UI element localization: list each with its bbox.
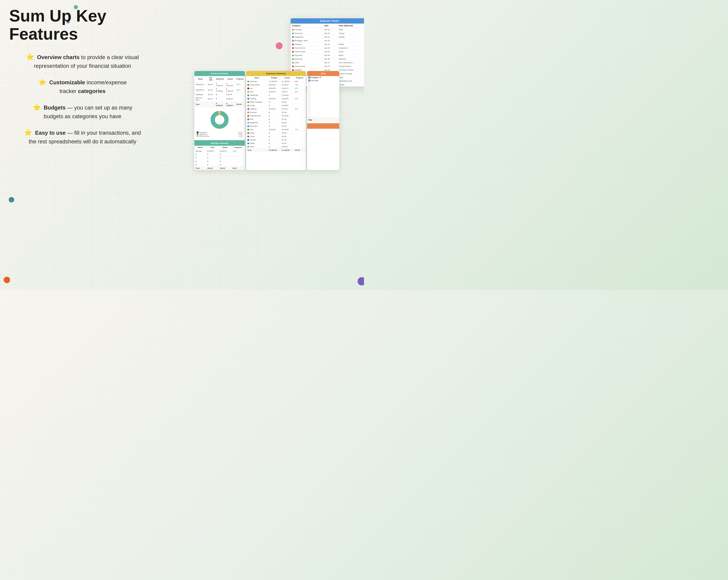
income-progress xyxy=(235,96,245,102)
legend-paycheck2-label: Paycheck 2 xyxy=(199,132,207,133)
income-total-actual: $ 6,499.64 xyxy=(225,102,235,107)
spreadsheet-area: Expenses Tracker Category Date Note (Opt… xyxy=(194,18,364,218)
tracker-col-date: Date xyxy=(323,24,337,28)
debt-empty-4 xyxy=(307,91,339,94)
expenses-row: Family $ $ 150.00 xyxy=(246,104,306,107)
legend-gift-pct: 4.2% xyxy=(239,135,242,137)
income-row: Paycheck 1 Jan 01 $ 3,200.00 $ 3,415.00 … xyxy=(194,82,245,87)
feature-bold-2b: categories xyxy=(78,88,105,94)
exp-name: Travel xyxy=(246,135,268,138)
exp-actual: $ 168.71 xyxy=(281,87,294,90)
debt-header: Debt xyxy=(307,71,339,76)
savings-table: Name Goal Saved Progress Savings $ 100.0… xyxy=(194,146,245,170)
exp-name: Kids xyxy=(246,90,268,93)
empty-checkbox-6 xyxy=(308,98,310,100)
carloan-label: Car Loan xyxy=(311,80,318,82)
expenses-row: Appliances $ $ 0.00 xyxy=(246,121,306,125)
expenses-row: Clothing $ 200.00 $ 108.55 54% xyxy=(246,97,306,100)
exp-progress: 42% xyxy=(294,87,306,90)
exp-budget: $ xyxy=(268,104,281,107)
income-total-expected: $ 5,945.56 xyxy=(215,102,225,107)
tracker-cat: Other xyxy=(291,61,323,64)
tracker-note: IKEA xyxy=(337,28,364,32)
income-row: Gift from Mom Jan 18 $ $ 250.00 xyxy=(194,96,245,102)
legend-gift: Gift from Mom 4.2% xyxy=(197,135,242,137)
tracker-row: Food & Drink Jan 03 Shawarma xyxy=(291,46,364,50)
tracker-cat: Groceries xyxy=(291,32,323,35)
tracker-cat: Food & Drink xyxy=(291,46,323,50)
debt-empty-7 xyxy=(307,100,339,103)
exp-progress: 21% xyxy=(294,107,306,111)
exp-budget: $ xyxy=(268,117,281,121)
exp-progress xyxy=(294,142,306,145)
exp-progress: 73% xyxy=(294,128,306,131)
debt-empty-11 xyxy=(307,112,339,115)
income-col-progress: Progress xyxy=(235,76,245,82)
tracker-cat: Healthcare xyxy=(291,35,323,39)
income-expected: $ 3,200.00 xyxy=(215,82,225,87)
expenses-row: Travel $ $ 0.00 xyxy=(246,135,306,138)
exp-actual: $ 158.15 xyxy=(281,83,294,87)
feature-item-4: ⭐ Easy to use — fill in your transaction… xyxy=(9,128,156,146)
exp-actual: $ 1,208.37 xyxy=(281,80,294,83)
exp-col-budget: Budget xyxy=(268,76,281,80)
exp-budget: $ 150.00 xyxy=(268,107,281,111)
exp-progress xyxy=(294,114,306,117)
exp-name: Drinks xyxy=(246,131,268,135)
exp-budget: $ 1,500.00 xyxy=(268,80,281,83)
expenses-row: Hobby $ $ 0.00 xyxy=(246,142,306,145)
tracker-cat: Mortgage / Rent xyxy=(291,39,323,43)
tracker-date: Jan 01 xyxy=(323,39,337,43)
exp-budget: $ xyxy=(268,131,281,135)
debt-rows: ✓ Mortgage / R... ✓ Car Loan xyxy=(307,76,339,118)
exp-budget: $ 400.00 xyxy=(268,87,281,90)
income-name: Paycheck 2 xyxy=(194,87,207,93)
tracker-date: Jan 07 xyxy=(323,61,337,64)
exp-progress xyxy=(294,93,306,97)
debt-empty-12 xyxy=(307,115,339,118)
income-total-label: Total xyxy=(194,102,215,107)
exp-budget: $ xyxy=(268,125,281,128)
income-name: Paycheck 1 xyxy=(194,82,207,87)
exp-col-name: Name xyxy=(246,76,268,80)
debt-empty-2 xyxy=(307,85,339,88)
expenses-row: Healthcare $ $ 190.00 xyxy=(246,93,306,97)
income-date: Jan 16 xyxy=(207,87,215,93)
savings-col-progress: Progress xyxy=(231,146,245,149)
feature-bold-1: Overview charts xyxy=(37,54,80,60)
income-progress xyxy=(235,93,245,96)
tracker-cat: Food & Drink xyxy=(291,50,323,54)
income-date: Jan 10 xyxy=(207,93,215,96)
tracker-date: Jan 04 xyxy=(323,50,337,54)
exp-actual: $ 0.00 xyxy=(281,100,294,104)
decorative-dot-teal2 xyxy=(9,197,14,202)
tracker-row: Food & Drink Jan 07 Vietnam dinner xyxy=(291,64,364,68)
exp-actual: $ 0.00 xyxy=(281,117,294,121)
savings-col-goal: Goal xyxy=(206,146,219,149)
exp-name: Furniture xyxy=(246,111,268,114)
income-total-progress: 544.08 xyxy=(235,102,245,107)
savings-empty-1: $$$ xyxy=(194,153,245,156)
star-icon-2: ⭐ xyxy=(38,79,46,86)
tracker-cat: Groceries xyxy=(291,57,323,61)
expenses-row: Gifts $ $ 0.00 xyxy=(246,117,306,121)
debt-empty-5 xyxy=(307,94,339,97)
income-actual: $ 250.00 xyxy=(225,96,235,102)
expenses-row: Drinks $ $ 0.00 xyxy=(246,131,306,135)
income-actual: $ 2,788.15 xyxy=(225,87,235,93)
exp-name: Appliances xyxy=(246,121,268,125)
exp-budget: $ xyxy=(268,93,281,97)
tracker-date: Jan 07 xyxy=(323,64,337,68)
tracker-note: Dentist xyxy=(337,35,364,39)
tracker-row: Software Jan 03 Netflix xyxy=(291,43,364,46)
debt-empty-8 xyxy=(307,103,339,106)
exp-progress xyxy=(294,117,306,121)
tracker-cat: Groceries xyxy=(291,54,323,57)
expenses-row: Car $ 400.00 $ 168.71 42% xyxy=(246,87,306,90)
exp-actual: $ 190.00 xyxy=(281,93,294,97)
debt-summary-panel: Debt ✓ Mortgage / R... ✓ Car Loan xyxy=(307,71,339,170)
tracker-cat: Software xyxy=(291,43,323,46)
debt-total-row: Total xyxy=(307,118,339,122)
income-expected: $ xyxy=(215,96,225,102)
income-progress: 107% xyxy=(235,82,245,87)
